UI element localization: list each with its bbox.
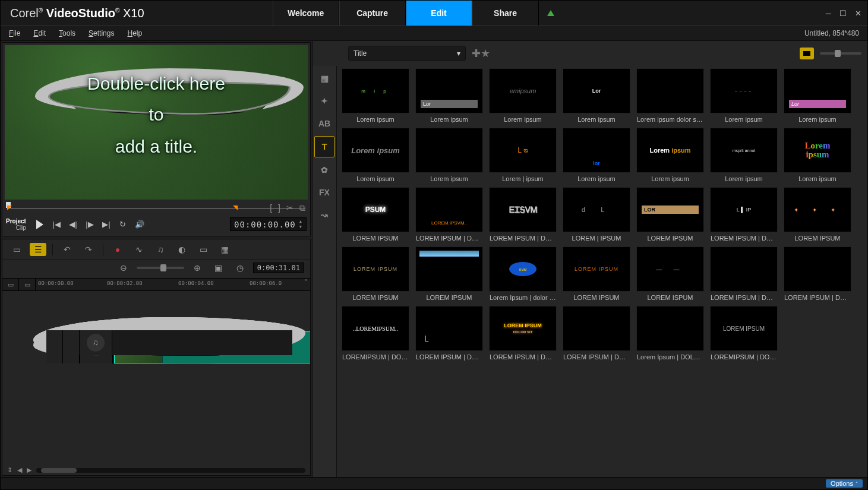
title-preset[interactable]: PSUMLOREM IPSUM xyxy=(340,187,411,242)
title-preset[interactable]: LOREM IPSUM xyxy=(414,246,484,301)
maximize-button[interactable]: ☐ xyxy=(839,9,847,18)
title-preset[interactable]: LOREM IPSUMDOLOR SITLOREM IPSUM | DOL… xyxy=(488,306,558,361)
title-preset[interactable]: LoremipsumLorem ipsum xyxy=(782,128,853,182)
timeline-ruler[interactable]: 00:00:00.00 00:00:02.00 00:00:04.00 00:0… xyxy=(36,279,302,290)
title-preset[interactable]: LOREM IPSUMLOREM IPSUM xyxy=(340,246,411,301)
title-preset[interactable]: Lorem ipsum dolor sit a… xyxy=(635,68,705,123)
menu-settings[interactable]: Settings xyxy=(89,29,114,37)
next-frame-button[interactable]: |▶ xyxy=(83,218,96,231)
repeat-button[interactable]: ↻ xyxy=(116,218,130,231)
title-preset[interactable]: LOREM.IPSVM..LOREM IPSUM | DOL… xyxy=(414,187,484,242)
title-preset[interactable]: ᎬᏆᎦᏙᎷLOREM IPSUM | DOL… xyxy=(488,187,558,242)
title-preset[interactable]: LORLOREM IPSUM xyxy=(635,187,705,242)
minimize-button[interactable]: ─ xyxy=(826,9,831,18)
tab-path[interactable]: ↝ xyxy=(315,205,334,225)
title-preset[interactable]: Lorem ipsum xyxy=(414,128,484,182)
zoom-in-button[interactable]: ⊕ xyxy=(189,261,206,274)
options-button[interactable]: Options ˄ xyxy=(826,479,863,488)
music-track-1-body[interactable] xyxy=(112,330,292,355)
menu-edit[interactable]: Edit xyxy=(33,29,46,37)
scroll-left-button[interactable]: ◀ xyxy=(17,466,22,474)
mark-out-icon[interactable] xyxy=(233,206,238,210)
preview-viewport[interactable]: Double-click here to add a title. xyxy=(5,45,308,200)
preview-scrubber[interactable]: [ ] ✂ ⧉ xyxy=(5,203,308,214)
track-motion-button[interactable]: ◐ xyxy=(173,243,190,256)
auto-music-button[interactable]: ♫ xyxy=(152,243,169,256)
audio-mixer-button[interactable]: ∿ xyxy=(131,243,147,256)
subtitle-button[interactable]: ▭ xyxy=(195,243,212,256)
tab-capture[interactable]: Capture xyxy=(339,1,406,26)
mark-in-button[interactable]: [ xyxy=(270,203,272,213)
ruler-scroll-up[interactable]: ˄ xyxy=(302,279,310,290)
title-preset[interactable]: LOREM IPSUMLOREMIPSUM | DOL… xyxy=(709,306,779,361)
storyboard-view-button[interactable]: ▭ xyxy=(8,243,25,256)
tab-title[interactable]: T xyxy=(314,136,334,157)
prev-frame-button[interactable]: ◀| xyxy=(67,218,80,231)
thumbnail-size-slider[interactable] xyxy=(820,52,861,55)
title-preset[interactable]: ✦ ✦ ✦LOREM IPSUM xyxy=(782,187,853,242)
timeline-view-button[interactable]: ☰ xyxy=(30,243,46,256)
title-preset[interactable]: Lorem ipsumLorem ipsum xyxy=(635,128,705,182)
library-category-dropdown[interactable]: Title ▾ xyxy=(348,46,466,61)
timeline-h-scrollbar[interactable] xyxy=(36,468,305,473)
tab-filter[interactable]: FX xyxy=(315,182,334,203)
title-preset[interactable]: LorLorem ipsum xyxy=(561,68,632,123)
title-preset[interactable]: ..LOREMIPSUM..LOREMIPSUM | DOLO… xyxy=(340,306,411,361)
go-end-button[interactable]: ▶| xyxy=(100,218,113,231)
title-preset[interactable]: LorLorem ipsum xyxy=(782,68,853,123)
record-button[interactable]: ● xyxy=(109,243,126,256)
title-preset[interactable]: d LLOREM | IPSUM xyxy=(561,187,632,242)
menu-tools[interactable]: Tools xyxy=(59,29,75,37)
ruler-icon-2[interactable]: ▭ xyxy=(19,279,36,290)
tab-instant[interactable]: ✦ xyxy=(315,91,334,111)
fit-project-button[interactable]: ▣ xyxy=(210,261,227,274)
title-preset[interactable]: L ▌ IPLOREM IPSUM | DOL… xyxy=(709,187,779,242)
title-preset[interactable]: lorLorem ipsum xyxy=(561,128,632,182)
timecode-spinners[interactable]: ▲▼ xyxy=(299,219,302,229)
title-preset[interactable]: ~~~~Lorem ipsum xyxy=(709,68,779,123)
zoom-out-button[interactable]: ⊖ xyxy=(115,261,132,274)
menu-file[interactable]: File xyxy=(9,29,20,37)
title-preset[interactable]: Lorem Ipsum | DOLOR … xyxy=(635,306,705,361)
tab-graphic[interactable]: ✿ xyxy=(315,160,334,180)
title-preset[interactable]: m i pLorem ipsum xyxy=(340,68,411,123)
go-start-button[interactable]: |◀ xyxy=(50,218,63,231)
volume-button[interactable]: 🔊 xyxy=(133,218,146,231)
split-button[interactable]: ✂ xyxy=(286,203,293,213)
title-preset[interactable]: LOREM IPSUM | DOL… xyxy=(782,246,853,301)
track-collapse-button[interactable]: ⇕ xyxy=(7,466,12,474)
scroll-right-button[interactable]: ▶ xyxy=(27,466,31,474)
tab-share[interactable]: Share xyxy=(472,1,539,26)
menu-help[interactable]: Help xyxy=(127,29,142,37)
tab-transition[interactable]: AB xyxy=(315,113,334,134)
title-preset[interactable]: L ᴓLorem | ipsum xyxy=(488,128,558,182)
close-button[interactable]: ✕ xyxy=(855,9,861,18)
mode-project[interactable]: Project xyxy=(6,218,26,225)
mark-out-button[interactable]: ] xyxy=(278,203,280,213)
tab-edit[interactable]: Edit xyxy=(406,1,472,26)
thumbnail-view-button[interactable] xyxy=(800,48,814,59)
tab-media[interactable]: ▦ xyxy=(315,68,334,88)
playback-mode[interactable]: Project Clip xyxy=(6,218,30,231)
add-favorite-button[interactable]: ✚★ xyxy=(472,47,490,60)
title-preset[interactable]: emipsumLorem ipsum xyxy=(488,68,558,123)
snapshot-button[interactable]: ⧉ xyxy=(299,203,305,213)
title-preset[interactable]: LOREM IPSUMLOREM IPSUM xyxy=(561,246,632,301)
play-button[interactable] xyxy=(33,218,46,231)
tab-welcome[interactable]: Welcome xyxy=(273,1,339,26)
title-placeholder[interactable]: Double-click here to add a title. xyxy=(5,74,308,157)
title-preset[interactable]: — —LOREM ISPUM xyxy=(635,246,705,301)
title-preset[interactable]: msprit annotLorem ipsum xyxy=(709,128,779,182)
export-button[interactable] xyxy=(539,1,563,26)
undo-button[interactable]: ↶ xyxy=(59,243,75,256)
title-preset[interactable]: LOREM IPSUM | DOL… xyxy=(709,246,779,301)
preview-timecode[interactable]: 00:00:00.00 ▲▼ xyxy=(230,217,307,231)
title-preset[interactable]: ovalLorem Ipsum | dolor sit … xyxy=(488,246,558,301)
redo-button[interactable]: ↷ xyxy=(80,243,97,256)
multi-view-button[interactable]: ▦ xyxy=(216,243,233,256)
mark-in-icon[interactable] xyxy=(7,206,12,210)
title-preset[interactable]: LOREM IPSUM | DOL… xyxy=(561,306,632,361)
mode-clip[interactable]: Clip xyxy=(6,225,26,231)
zoom-slider[interactable] xyxy=(137,267,184,269)
title-preset[interactable]: LorLorem ipsum xyxy=(414,68,484,123)
